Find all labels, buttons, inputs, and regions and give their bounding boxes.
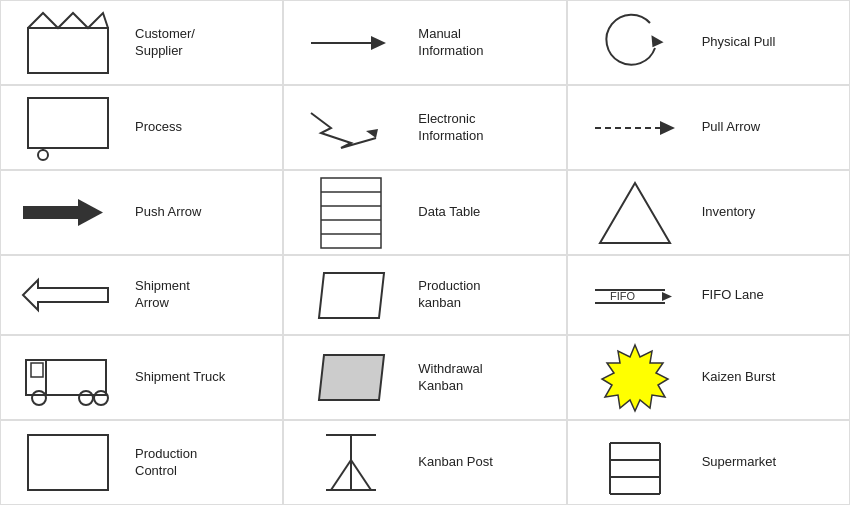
svg-marker-11 bbox=[78, 199, 103, 226]
cell-pull-arrow: Pull Arrow bbox=[567, 85, 850, 170]
production-control-icon bbox=[13, 430, 123, 495]
cell-inventory: Inventory bbox=[567, 170, 850, 255]
data-table-label: Data Table bbox=[418, 204, 553, 221]
svg-marker-9 bbox=[660, 121, 675, 135]
svg-line-35 bbox=[331, 460, 351, 490]
production-kanban-label: Productionkanban bbox=[418, 278, 553, 312]
shipment-truck-label: Shipment Truck bbox=[135, 369, 270, 386]
electronic-information-label: ElectronicInformation bbox=[418, 111, 553, 145]
shipment-truck-icon bbox=[13, 345, 123, 410]
production-control-label: ProductionControl bbox=[135, 446, 270, 480]
push-arrow-label: Push Arrow bbox=[135, 204, 270, 221]
data-table-icon bbox=[296, 173, 406, 253]
kaizen-burst-label: Kaizen Burst bbox=[702, 369, 837, 386]
cell-production-kanban: Productionkanban bbox=[283, 255, 566, 335]
svg-rect-24 bbox=[46, 360, 106, 395]
customer-supplier-label: Customer/Supplier bbox=[135, 26, 270, 60]
electronic-information-icon bbox=[296, 103, 406, 153]
cell-fifo-lane: FIFO FIFO Lane bbox=[567, 255, 850, 335]
svg-marker-18 bbox=[23, 280, 108, 310]
cell-push-arrow: Push Arrow bbox=[0, 170, 283, 255]
svg-rect-10 bbox=[23, 206, 78, 219]
physical-pull-icon bbox=[580, 13, 690, 73]
supermarket-label: Supermarket bbox=[702, 454, 837, 471]
symbol-grid: Customer/Supplier ManualInformation Phys… bbox=[0, 0, 850, 505]
cell-kanban-post: Kanban Post bbox=[283, 420, 566, 505]
fifo-lane-icon: FIFO bbox=[580, 275, 690, 315]
svg-point-29 bbox=[94, 391, 108, 405]
svg-rect-0 bbox=[28, 28, 108, 73]
cell-production-control: ProductionControl bbox=[0, 420, 283, 505]
kanban-post-label: Kanban Post bbox=[418, 454, 553, 471]
inventory-icon bbox=[580, 178, 690, 248]
cell-withdrawal-kanban: WithdrawalKanban bbox=[283, 335, 566, 420]
svg-point-5 bbox=[38, 150, 48, 160]
svg-rect-12 bbox=[321, 178, 381, 248]
cell-kaizen-burst: Kaizen Burst bbox=[567, 335, 850, 420]
withdrawal-kanban-label: WithdrawalKanban bbox=[418, 361, 553, 395]
svg-marker-23 bbox=[662, 292, 672, 301]
cell-electronic-information: ElectronicInformation bbox=[283, 85, 566, 170]
withdrawal-kanban-icon bbox=[296, 350, 406, 405]
manual-information-icon bbox=[296, 23, 406, 63]
svg-text:FIFO: FIFO bbox=[610, 290, 635, 302]
cell-customer-supplier: Customer/Supplier bbox=[0, 0, 283, 85]
production-kanban-icon bbox=[296, 268, 406, 323]
process-icon bbox=[13, 93, 123, 163]
customer-supplier-icon bbox=[13, 8, 123, 78]
svg-rect-4 bbox=[28, 98, 108, 148]
svg-marker-31 bbox=[602, 345, 668, 411]
manual-information-label: ManualInformation bbox=[418, 26, 553, 60]
cell-manual-information: ManualInformation bbox=[283, 0, 566, 85]
shipment-arrow-icon bbox=[13, 275, 123, 315]
cell-supermarket: Supermarket bbox=[567, 420, 850, 505]
cell-shipment-arrow: ShipmentArrow bbox=[0, 255, 283, 335]
kanban-post-icon bbox=[296, 425, 406, 500]
svg-marker-7 bbox=[366, 129, 378, 138]
cell-process: Process bbox=[0, 85, 283, 170]
cell-physical-pull: Physical Pull bbox=[567, 0, 850, 85]
svg-rect-32 bbox=[28, 435, 108, 490]
fifo-lane-label: FIFO Lane bbox=[702, 287, 837, 304]
pull-arrow-icon bbox=[580, 113, 690, 143]
svg-marker-2 bbox=[371, 36, 386, 50]
svg-marker-26 bbox=[31, 363, 43, 377]
svg-marker-17 bbox=[600, 183, 670, 243]
cell-data-table: Data Table bbox=[283, 170, 566, 255]
physical-pull-label: Physical Pull bbox=[702, 34, 837, 51]
svg-marker-19 bbox=[319, 273, 384, 318]
svg-marker-30 bbox=[319, 355, 384, 400]
push-arrow-icon bbox=[13, 195, 123, 230]
cell-shipment-truck: Shipment Truck bbox=[0, 335, 283, 420]
inventory-label: Inventory bbox=[702, 204, 837, 221]
svg-point-28 bbox=[79, 391, 93, 405]
process-label: Process bbox=[135, 119, 270, 136]
supermarket-icon bbox=[580, 428, 690, 498]
shipment-arrow-label: ShipmentArrow bbox=[135, 278, 270, 312]
pull-arrow-label: Pull Arrow bbox=[702, 119, 837, 136]
kaizen-burst-icon bbox=[580, 343, 690, 413]
svg-line-36 bbox=[351, 460, 371, 490]
svg-point-27 bbox=[32, 391, 46, 405]
